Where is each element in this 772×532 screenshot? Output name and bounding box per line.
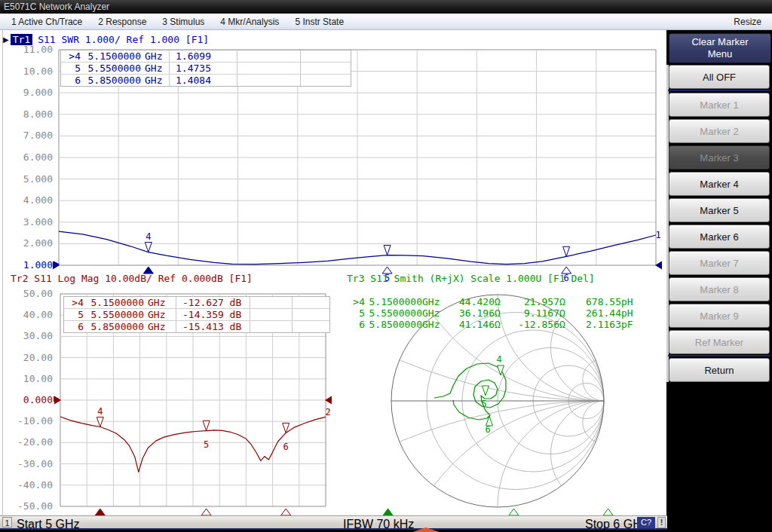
marker-6-label: 6 <box>283 442 289 452</box>
menu-response[interactable]: 2 Response <box>93 16 151 28</box>
lc-unit: pF <box>621 319 639 330</box>
marker-frequency-unit: GHz <box>144 309 170 320</box>
marker-6-stimulus-triangle-icon <box>603 509 613 515</box>
menu-stimulus[interactable]: 3 Stimulus <box>158 16 209 28</box>
menu-bar: 1 Active Ch/Trace 2 Response 3 Stimulus … <box>0 14 772 30</box>
y-axis-label: 30.00 <box>6 330 53 341</box>
marker-6-stimulus-triangle-icon <box>281 509 291 515</box>
marker-frequency: 5.1500000 <box>365 296 422 307</box>
marker-frequency: 5.8500000 <box>85 321 144 332</box>
marker-readout-row: 65.8500000GHz-15.413 dB <box>64 321 329 332</box>
y-axis-label: 5.000 <box>6 173 53 185</box>
marker-value: -12.627 dB <box>176 297 241 308</box>
y-axis-label: -50.00 <box>6 500 53 512</box>
marker-number: 6 <box>348 319 365 330</box>
smith-reactance-arc <box>498 188 666 401</box>
sidebar-button-marker-5[interactable]: Marker 5 <box>669 198 770 222</box>
active-trace-arrow-icon: ▶ <box>3 35 9 44</box>
marker-value: 1.6099 <box>170 50 211 62</box>
y-axis-label: 11.00 <box>6 44 53 55</box>
readout-group <box>237 75 300 86</box>
readout-group: >45.1500000GHz <box>61 50 169 62</box>
marker-frequency-unit: GHz <box>141 75 167 86</box>
marker-5-label: 5 <box>204 439 209 450</box>
readout-group: -12.627 dB <box>176 297 250 308</box>
menu-active-ch-trace[interactable]: 1 Active Ch/Trace <box>7 16 87 28</box>
marker-resistance: 36.196 <box>448 307 495 319</box>
readout-group <box>237 50 300 62</box>
readout-group: 55.5500000GHz <box>61 63 169 74</box>
readout-group: >45.1500000GHz <box>64 297 176 308</box>
start-frequency-label: Start 5 GHz <box>17 518 80 531</box>
smith-reactance-arc <box>72 401 666 515</box>
menu-instr-state[interactable]: 5 Instr State <box>290 16 348 28</box>
marker-4-label: 4 <box>97 406 103 417</box>
ifbw-label: IFBW 70 kHz <box>343 518 414 531</box>
readout-group: -14.359 dB <box>176 309 250 320</box>
marker-frequency: 5.1500000 <box>82 50 141 62</box>
readout-group: 1.4084 <box>169 75 237 86</box>
menu-resize[interactable]: Resize <box>729 16 766 28</box>
marker-frequency-unit: GHz <box>141 50 167 62</box>
status-bar <box>0 515 667 530</box>
menu-mkr-analysis[interactable]: 4 Mkr/Analysis <box>216 16 283 28</box>
marker-readout-row: >45.1500000 GHz44.420 Ω21.957 Ω678.55 pH <box>348 296 639 307</box>
marker-number: 6 <box>61 75 81 86</box>
y-axis-label: 6.000 <box>6 151 53 163</box>
sidebar-button-return[interactable]: Return <box>669 358 770 382</box>
sidebar-button-ref-marker: Ref Marker <box>669 330 770 354</box>
smith-reactance-arc <box>391 401 666 515</box>
y-axis-label: 20.00 <box>6 352 53 363</box>
marker-value: -15.413 dB <box>176 321 241 332</box>
y-axis-label: 4.000 <box>6 194 53 206</box>
smith-reactance-arc <box>551 401 657 507</box>
sidebar-separator <box>668 355 770 356</box>
marker-value: 1.4735 <box>170 63 211 74</box>
y-axis-label: -10.00 <box>6 415 53 427</box>
marker-reactance: 9.1167 <box>510 307 559 319</box>
marker-6-label: 6 <box>485 424 490 435</box>
marker-4-trace-triangle-icon <box>96 417 103 427</box>
marker-6-trace-triangle-icon <box>563 246 570 256</box>
y-axis-label: -30.00 <box>6 458 53 469</box>
tr3-header: Tr3 S11 Smith (R+jX) Scale 1.000U [F1 De… <box>347 273 595 284</box>
marker-lc-value: 261.44 <box>574 307 621 319</box>
y-axis-label: 7.000 <box>6 130 53 141</box>
tr3-marker-readout: >45.1500000 GHz44.420 Ω21.957 Ω678.55 pH… <box>348 296 639 330</box>
smith-reactance-arc <box>391 30 666 401</box>
y-axis-label: 10.00 <box>6 373 53 384</box>
marker-number: 5 <box>61 63 81 74</box>
marker-number: >4 <box>348 296 365 307</box>
marker-resistance: 41.146 <box>448 319 495 330</box>
readout-group <box>237 63 300 74</box>
readout-group <box>300 75 351 86</box>
y-axis-label: 50.00 <box>6 288 53 299</box>
tr1-trace-number: 1 <box>655 230 660 240</box>
marker-number: 5 <box>64 309 84 320</box>
tr2-header: Tr2 S11 Log Mag 10.00dB/ Ref 0.000dB [F1… <box>11 273 253 284</box>
softkey-menu-title-line2: Menu <box>708 48 733 60</box>
readout-group: 1.4735 <box>169 63 237 74</box>
marker-5-stimulus-triangle-icon <box>201 509 211 515</box>
readout-group <box>300 50 351 62</box>
sidebar-button-marker-3[interactable]: Marker 3 <box>669 145 770 170</box>
reactance-unit: Ω <box>559 296 574 307</box>
marker-readout-row: >45.1500000GHz1.6099 <box>61 50 351 63</box>
y-axis-label: 0.000 <box>6 394 53 405</box>
sidebar-button-all-off[interactable]: All OFF <box>669 65 770 89</box>
marker-4-stimulus-triangle-icon <box>383 509 393 515</box>
softkey-menu-title-line1: Clear Marker <box>691 36 748 48</box>
sidebar-button-marker-4[interactable]: Marker 4 <box>669 172 770 196</box>
reactance-unit: Ω <box>559 307 574 319</box>
channel-number-badge: 1 <box>2 517 12 527</box>
readout-group <box>292 321 329 332</box>
sidebar-button-marker-6[interactable]: Marker 6 <box>669 225 770 249</box>
tr3-smith-trace <box>434 363 506 420</box>
y-axis-label: 1.000 <box>6 259 53 271</box>
ref-level-arrow-icon: ▶ <box>54 259 60 268</box>
readout-group: 65.8500000GHz <box>64 321 176 332</box>
marker-frequency: 5.5500000 <box>365 307 422 319</box>
readout-group <box>250 309 292 320</box>
marker-frequency-unit: GHz <box>422 296 448 307</box>
y-axis-label: 8.000 <box>6 109 53 120</box>
